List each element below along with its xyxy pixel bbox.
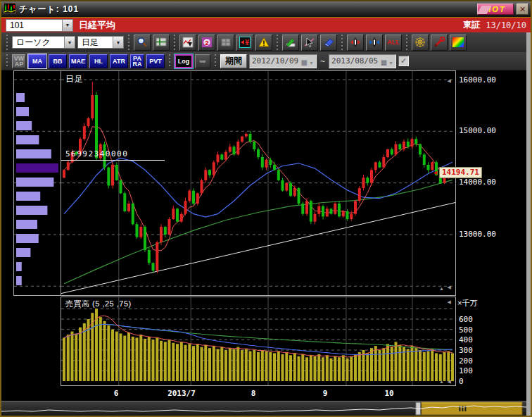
price-axis-tick: 13000.00 [459,230,496,239]
price-axis-tick: 14000.00 [459,178,496,187]
x-axis-tick: 8 [251,389,256,398]
date-to-value: 2013/08/05 [331,56,379,66]
select-line-button[interactable] [301,35,318,51]
calendar-icon [381,55,387,68]
indicator-hl-button[interactable]: HL [89,54,108,68]
toolbar-separator [340,35,344,50]
indicator-atr-button[interactable]: ATR [110,54,128,68]
draw-pencil-button[interactable] [282,35,299,51]
volume-at-price-value: 56992340000 [65,149,128,158]
period-button[interactable]: 期間 [220,54,247,68]
toolbar-separator [127,35,131,50]
chart-type-combo[interactable]: ローソク [12,36,75,49]
dual-chart-button[interactable]: 2 [198,35,215,51]
symbol-name: 日経平均 [79,19,115,32]
x-axis-tick: 6 [114,389,119,398]
date-to-field[interactable]: 2013/08/05 [329,54,396,68]
price-arrow-icon: ◄ [432,169,438,176]
timeframe-value: 日足 [78,37,113,48]
toolbar-separator [405,35,409,50]
indicator-vwap-button: VWAP [12,54,26,68]
symbol-code-combo[interactable]: 101 [6,19,73,32]
volume-chart-panel[interactable]: 売買高 (5 ,25 ,75) ◀ ▲ ◀ [61,297,456,386]
volume-axis-tick: 600 [459,315,473,324]
scroll-left-arrow[interactable]: ◀ [448,78,451,83]
rainbow-icon [452,37,464,47]
grid-layout-disabled-button [217,35,234,51]
show-all-button[interactable]: ALL [385,35,402,51]
price-axis-tick: 16000.00 [459,75,496,85]
scroll-left-arrow[interactable]: ◀ [448,379,451,384]
price-chart-panel[interactable]: 日足 56992340000 ◀ ◀ ▲ [61,70,456,296]
x-axis-tick: 9 [323,389,328,398]
indicator-mae-button[interactable]: MAE [69,54,87,68]
hot-button[interactable]: HOT [477,4,514,15]
app-icon [4,3,16,16]
date-from-field[interactable]: 2012/10/09 [249,54,317,68]
alert-button[interactable] [255,35,272,51]
volume-at-price-line [61,160,165,161]
indicator-bb-button[interactable]: BB [49,54,67,68]
toolbar-grip [5,54,9,68]
chevron-down-icon[interactable] [309,55,314,68]
redo-arrow-disabled-icon: ➥ [195,54,210,68]
chart-capture-button[interactable] [179,35,196,51]
timeframe-combo[interactable]: 日足 [77,36,124,49]
quote-date: 13/10/10 [486,20,526,30]
chart-window: チャート: 101 HOT ✕ 101 日経平均 東証 13/10/10 ローソ… [0,0,532,417]
web-settings-button[interactable] [412,35,429,51]
indicator-toolbar: VWAP MA BB MAE HL ATR PARA PVT Log ➥ 期間 … [1,52,526,70]
candle-widen-button[interactable] [347,35,364,51]
title-bar: チャート: 101 HOT ✕ [1,1,531,17]
scroll-up-arrow[interactable]: ▲ [439,286,444,291]
timeframe-overlay-label: 日足 [65,73,84,85]
last-price-tag: ◄ 14194.71 [432,167,482,178]
toolbar-separator [172,35,177,50]
toolbar-grip [5,35,9,50]
color-palette-button[interactable] [450,35,467,51]
toolbar-separator [275,35,279,50]
volume-axis-tick: 200 [459,356,473,366]
indicator-pvt-button[interactable]: PVT [146,54,165,68]
volume-axis-tick: 500 [459,325,473,335]
wrench-tools-button[interactable] [431,35,448,51]
volume-axis-tick: 100 [459,366,473,375]
toolbar-separator [167,54,172,68]
close-button[interactable]: ✕ [517,4,528,15]
log-scale-button[interactable]: Log [175,54,193,68]
window-title: チャート: 101 [19,4,79,15]
range-minimap[interactable] [1,401,526,416]
zoom-button[interactable] [134,35,151,51]
calendar-icon [301,55,308,68]
x-axis-tick: 2013/7 [167,389,196,398]
volume-title: 売買高 (5 ,25 ,75) [65,299,132,309]
price-marker-button[interactable]: ¥ [236,35,253,51]
volume-unit-label: ×千万 [457,298,477,309]
chart-type-value: ローソク [13,37,64,48]
volume-axis-tick: 400 [459,335,473,344]
date-from-value: 2012/10/09 [252,56,300,66]
svg-text:2: 2 [205,39,208,46]
scroll-left-arrow[interactable]: ◀ [448,285,451,290]
body-area: ローソク 日足 2 ¥ ALL [1,32,531,416]
candle-narrow-button[interactable] [366,35,383,51]
eraser-button[interactable] [320,35,337,51]
grid-settings-button[interactable] [153,35,170,51]
range-tilde: ~ [319,56,327,66]
indicator-para-button[interactable]: PARA [130,54,144,68]
chart-workspace: 日足 56992340000 ◀ ◀ ▲ 売買高 (5 ,25 ,75) ◀ ▲… [1,70,526,416]
price-axis-tick: 15000.00 [459,126,496,135]
scroll-up-arrow[interactable]: ▲ [439,379,444,384]
scroll-left-arrow[interactable]: ◀ [448,299,451,304]
volume-axis-tick: 300 [459,346,473,355]
volume-axis-tick: 0 [459,377,464,386]
chevron-down-icon[interactable] [113,37,123,48]
chevron-down-icon[interactable] [62,20,72,31]
quote-bar: 101 日経平均 東証 13/10/10 [1,17,531,32]
volume-at-price-histogram [13,70,61,296]
exchange-label: 東証 [463,19,480,31]
chevron-down-icon[interactable] [64,37,75,48]
chevron-down-icon[interactable] [388,55,393,68]
indicator-ma-button[interactable]: MA [28,54,46,68]
range-checkbox[interactable]: ✓ [398,56,409,66]
